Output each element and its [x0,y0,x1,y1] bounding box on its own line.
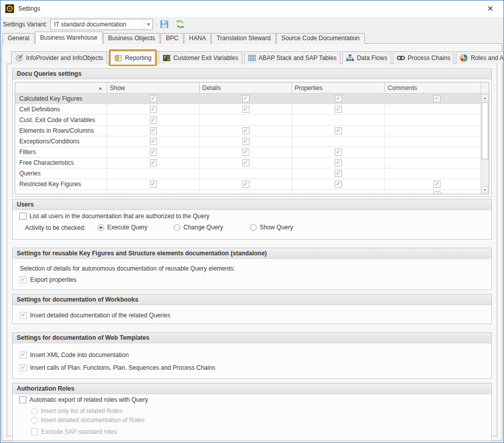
row-label [15,190,107,194]
properties-checkbox[interactable] [335,95,342,102]
chevron-down-icon[interactable]: ▼ [144,19,152,29]
settings-dialog: Settings ✕ Settings Variant: IT standard… [0,0,504,443]
show-checkbox[interactable] [150,138,157,145]
row-label: Restricted Key Figures [15,179,107,189]
scroll-up-icon[interactable]: ▲ [482,94,488,101]
auto-export-roles-checkbox[interactable] [19,396,26,403]
comments-checkbox[interactable] [433,181,440,188]
show-cell [107,94,199,104]
group-title: Settings for reusable Key Figures and St… [13,248,491,259]
show-cell [107,126,199,136]
show-query-radio[interactable] [250,224,257,231]
show-cell [107,158,199,168]
group-web-templates: Settings for documentation of Web Templa… [12,332,492,379]
scroll-down-icon[interactable]: ▼ [482,186,488,193]
tab-abap-stack-and-sap-tables[interactable]: ABAP Stack and SAP Tables [244,51,340,64]
properties-cell [292,179,385,189]
table-row[interactable]: Free Characteristics [15,158,489,168]
details-checkbox[interactable] [242,138,249,145]
table-row[interactable] [15,190,489,194]
list-all-users-checkbox[interactable] [19,213,26,220]
execute-query-radio[interactable] [98,224,104,231]
title-bar: Settings ✕ [1,1,503,17]
show-checkbox[interactable] [150,159,157,166]
column-header-properties[interactable]: Properties [292,82,385,93]
sort-column-header[interactable]: ▲ [15,82,107,93]
table-row[interactable]: Exceptions/Conditions [15,136,489,147]
insert-xml-code-checkbox[interactable] [20,351,27,359]
comments-checkbox[interactable] [433,95,440,102]
execute-query-label: Execute Query [107,224,147,231]
tab-label: Customer Exit Variables [173,54,238,62]
properties-checkbox[interactable] [335,127,342,134]
variant-dropdown[interactable]: IT standard documentation ▼ [50,19,153,30]
business-warehouse-panel: InfoProvider and InfoObjects Reporting [2,43,502,441]
tab-business-objects[interactable]: Business Objects [103,33,161,44]
tab-infoprovider-and-infoobjects[interactable]: InfoProvider and InfoObjects [11,51,107,64]
comments-checkbox[interactable] [433,191,440,194]
column-header-details[interactable]: Details [199,82,292,93]
column-header-show[interactable]: Show [107,82,199,93]
table-row[interactable]: Elements in Rows/Columns [15,126,489,136]
insert-detailed-queries-checkbox[interactable] [20,312,27,319]
chain-links-icon [397,54,405,62]
table-row[interactable]: Cust. Exit Code of Variables [15,115,489,126]
properties-checkbox[interactable] [335,106,342,113]
tab-source-code-documentation[interactable]: Source Code Documentation [276,33,365,44]
properties-checkbox[interactable] [335,170,342,177]
show-cell [107,168,199,179]
show-checkbox[interactable] [150,127,157,134]
main-tab-strip: General Business Warehouse Business Obje… [1,32,503,44]
group-title: Settings for documentation of Workbooks [13,294,491,305]
export-properties-checkbox[interactable] [20,276,27,283]
change-query-radio[interactable] [174,224,180,231]
show-checkbox[interactable] [150,149,157,156]
table-row[interactable]: Restricted Key Figures [15,179,489,190]
details-checkbox[interactable] [242,159,249,166]
tab-business-warehouse[interactable]: Business Warehouse [35,32,103,44]
table-row[interactable]: Queries [15,168,489,179]
exclude-sap-roles-checkbox[interactable] [31,428,38,435]
scrollbar-thumb[interactable] [482,102,488,159]
show-checkbox[interactable] [150,106,157,113]
properties-checkbox[interactable] [335,159,342,166]
properties-cell [292,94,385,104]
properties-checkbox[interactable] [335,181,342,188]
close-icon[interactable]: ✕ [482,2,499,16]
tab-translation-steward[interactable]: Translation Steward [211,33,275,44]
details-checkbox[interactable] [242,149,249,156]
details-cell [199,179,292,189]
tab-general[interactable]: General [3,33,35,44]
tab-bpc[interactable]: BPC [161,33,183,44]
tab-roles-and-authorizations[interactable]: Roles and Authorizations [456,51,504,64]
column-header-comments[interactable]: Comments [385,82,481,93]
vertical-scrollbar[interactable]: ▲ ▼ [481,94,489,194]
show-checkbox[interactable] [150,95,157,102]
properties-cell [292,126,385,136]
tab-hana[interactable]: HANA [184,33,211,44]
refresh-button[interactable] [176,20,184,28]
properties-checkbox[interactable] [335,149,342,156]
tab-process-chains[interactable]: Process Chains [393,51,454,64]
tab-reporting[interactable]: Reporting [110,51,155,65]
table-row[interactable]: Cell Definitions [15,104,489,115]
show-checkbox[interactable] [150,181,157,188]
save-button[interactable] [160,20,169,28]
tab-customer-exit-variables[interactable]: Customer Exit Variables [159,51,242,64]
details-checkbox[interactable] [242,127,249,134]
details-checkbox[interactable] [242,95,249,102]
table-row[interactable]: Filters [15,147,489,158]
table-row[interactable]: Calculated Key Figures [15,94,489,104]
details-cell [199,104,292,114]
details-checkbox[interactable] [242,181,249,188]
tab-label: Data Flows [357,54,387,62]
properties-cell [292,136,385,146]
insert-role-list-radio[interactable] [31,408,38,415]
details-cell [199,126,292,136]
details-checkbox[interactable] [242,106,249,113]
insert-role-docs-radio[interactable] [31,417,38,424]
show-checkbox[interactable] [150,116,157,124]
insert-plan-calls-checkbox[interactable] [20,364,27,371]
tab-data-flows[interactable]: Data Flows [342,51,391,64]
insert-xml-code-label: Insert XML Code into documentation [30,351,129,359]
